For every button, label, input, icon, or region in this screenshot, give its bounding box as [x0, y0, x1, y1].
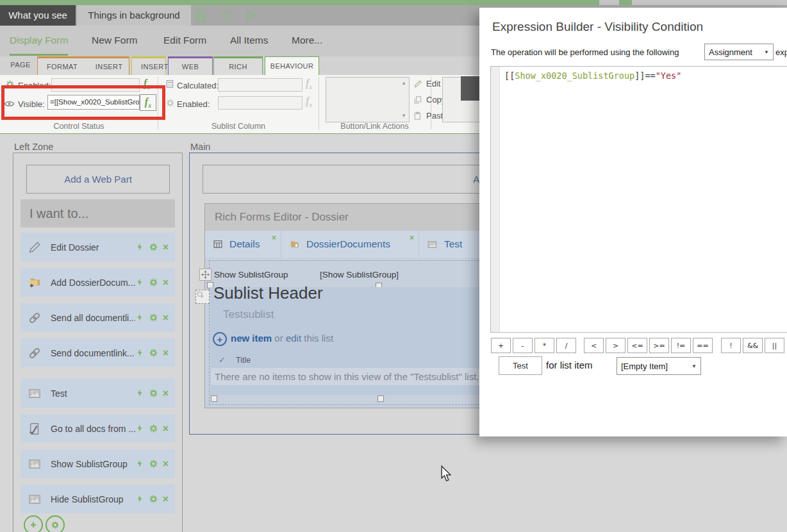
gear-icon[interactable] [149, 313, 158, 322]
ribbon-tab-page[interactable]: PAGE [5, 56, 36, 73]
operator-or-button[interactable]: || [765, 338, 784, 353]
operator-gte-button[interactable]: >= [649, 338, 669, 353]
tab-new-form[interactable]: New Form [92, 26, 137, 54]
operator-not-button[interactable]: ! [721, 338, 741, 353]
list-item-select[interactable]: [Empty Item] ▼ [617, 357, 701, 375]
gear-icon[interactable] [149, 278, 158, 287]
for-list-item-label: for list item [546, 360, 593, 370]
close-icon[interactable]: × [163, 459, 169, 469]
selection-handle[interactable] [377, 395, 384, 402]
edit-action-button[interactable]: Edit [413, 79, 440, 88]
list-item-send-documentlink[interactable]: Send documentlink... × [21, 338, 175, 367]
gear-icon[interactable] [149, 388, 158, 398]
main-zone-label: Main [190, 142, 210, 152]
test-button[interactable]: Test [499, 356, 542, 375]
bolt-icon[interactable] [135, 424, 144, 433]
editor-tab-dossierdocuments[interactable]: DossierDocuments × [281, 231, 419, 258]
refresh-icon[interactable] [217, 8, 233, 23]
gear-icon[interactable] [149, 459, 158, 469]
column-header-title[interactable]: Title [236, 356, 251, 365]
scroll-down-icon[interactable]: ▼ [401, 113, 406, 119]
bolt-icon[interactable] [135, 348, 144, 358]
list-item-add-dossierdocument[interactable]: Add DossierDocum... × [21, 268, 175, 297]
field-label[interactable]: Show SublistGroup [214, 270, 288, 279]
copy-action-button[interactable]: Copy [413, 95, 445, 104]
close-icon[interactable]: × [163, 313, 169, 323]
settings-action-button[interactable] [46, 515, 65, 532]
operator-and-button[interactable]: && [743, 338, 763, 353]
bolt-icon[interactable] [135, 459, 144, 469]
list-item-hide-sublistgroup[interactable]: Hide SublistGroup × [21, 485, 175, 513]
close-icon[interactable]: × [163, 494, 169, 504]
close-icon[interactable]: × [163, 424, 169, 434]
operator-lt-button[interactable]: < [584, 338, 604, 353]
sublist-enabled-expression-input[interactable] [218, 96, 302, 110]
operator-lte-button[interactable]: <= [627, 338, 647, 353]
sublist-header-text[interactable]: Sublist Header [213, 283, 323, 303]
operator-neq-button[interactable]: != [671, 338, 691, 353]
folder-icon [289, 239, 300, 250]
gear-icon[interactable] [149, 242, 158, 252]
plus-circle-icon[interactable]: + [213, 332, 227, 346]
operator-plus-button[interactable]: + [491, 338, 511, 353]
bolt-icon[interactable] [135, 313, 144, 322]
close-icon[interactable]: × [163, 348, 169, 358]
list-item-test[interactable]: Test × [21, 379, 175, 408]
sublist-enabled-fx-button[interactable]: fx [306, 96, 312, 108]
gear-icon[interactable] [149, 494, 158, 504]
actions-listbox[interactable]: ▲ ▼ [326, 77, 410, 122]
operation-type-select[interactable]: Assignment ▼ [704, 44, 774, 60]
close-icon[interactable]: × [272, 233, 276, 242]
operator-multiply-button[interactable]: * [534, 338, 554, 353]
sublist-enabled-field-label: Enabled: [177, 99, 210, 109]
list-item-edit-dossier[interactable]: Edit Dossier × [21, 233, 175, 262]
edit-list-link[interactable]: edit [286, 333, 301, 344]
close-icon[interactable]: × [163, 278, 169, 288]
tab-what-you-see[interactable]: What you see [0, 5, 76, 26]
expression-code-editor[interactable]: [[Show_x0020_SublistGroup]]=="Yes" [490, 66, 787, 333]
operator-eq-button[interactable]: == [693, 338, 713, 353]
tab-display-form[interactable]: Display Form [10, 26, 68, 56]
table-select-icon[interactable] [195, 290, 210, 304]
calculated-fx-button[interactable]: fx [306, 78, 312, 90]
list-item-go-to-all-docs[interactable]: Go to all docs from ... × [21, 414, 175, 443]
close-icon[interactable]: × [163, 242, 169, 253]
ribbon-tab-behaviour[interactable]: BEHAVIOUR [265, 56, 319, 76]
save-icon[interactable] [192, 8, 209, 23]
ribbon-tab-format-text[interactable]: FORMAT TEXT [38, 58, 87, 75]
ribbon-tab-web-part[interactable]: WEB PART [169, 58, 212, 75]
list-item-send-all-documentlinks[interactable]: Send all documentli... × [21, 303, 175, 332]
tab-more[interactable]: More... [292, 26, 322, 54]
bolt-icon[interactable] [135, 242, 144, 252]
operator-divide-button[interactable]: / [556, 338, 576, 353]
add-web-part-button-left[interactable]: Add a Web Part [26, 165, 170, 194]
move-handle-icon[interactable] [199, 269, 211, 281]
gear-icon[interactable] [149, 424, 158, 433]
ribbon-tab-rich-forms[interactable]: RICH FORMS [214, 58, 262, 75]
bolt-icon[interactable] [135, 494, 144, 504]
operator-gt-button[interactable]: > [606, 338, 625, 353]
link-icon [27, 345, 42, 361]
editor-tab-details[interactable]: Details × [205, 231, 281, 258]
new-item-link[interactable]: new item [231, 333, 272, 344]
tab-all-items[interactable]: All Items [230, 26, 268, 54]
this-list-text: this list [304, 333, 333, 344]
tab-things-in-background[interactable]: Things in background [77, 5, 191, 26]
ribbon-tab-insert-1[interactable]: INSERT [87, 58, 132, 75]
add-action-button[interactable]: + [24, 515, 43, 532]
operator-minus-button[interactable]: - [513, 338, 533, 353]
close-icon[interactable]: × [163, 388, 169, 399]
tab-edit-form[interactable]: Edit Form [163, 26, 206, 54]
code-line[interactable]: [[Show_x0020_SublistGroup]]=="Yes" [504, 71, 681, 81]
field-value[interactable]: [Show SublistGroup] [320, 270, 399, 279]
bolt-icon[interactable] [135, 278, 144, 287]
bolt-icon[interactable] [135, 388, 144, 398]
calculated-expression-input[interactable] [218, 78, 302, 92]
gear-icon[interactable] [149, 348, 158, 358]
run-icon[interactable] [242, 8, 259, 23]
close-icon[interactable]: × [410, 233, 414, 242]
scroll-up-icon[interactable]: ▲ [401, 81, 406, 86]
expression-builder-dialog: Expression Builder - Visibility Conditio… [479, 8, 787, 436]
selection-handle[interactable] [211, 395, 217, 402]
list-item-show-sublistgroup[interactable]: Show SublistGroup × [21, 449, 175, 478]
